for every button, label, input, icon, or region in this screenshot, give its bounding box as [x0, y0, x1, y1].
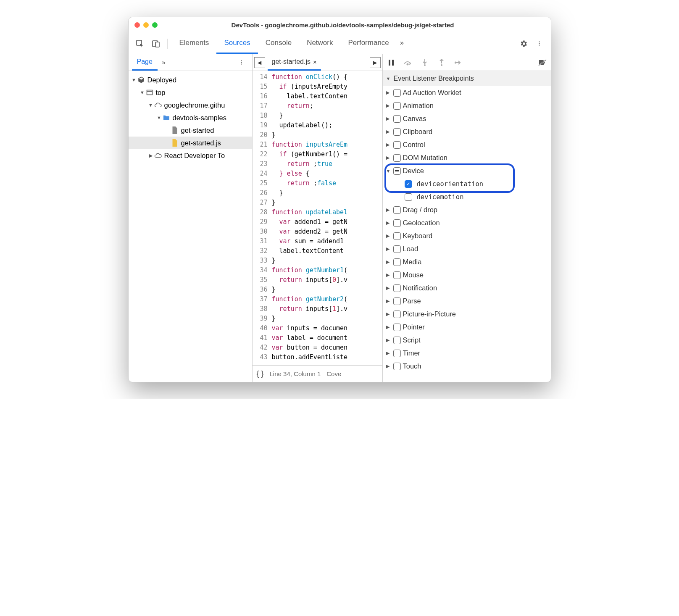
file-tab[interactable]: get-started.js × — [268, 54, 321, 71]
tree-node-extension[interactable]: ▶ React Developer To — [129, 149, 252, 162]
checkbox[interactable] — [393, 115, 401, 123]
maximize-window-button[interactable] — [152, 22, 158, 28]
bp-category[interactable]: ▶Drag / drop — [383, 203, 551, 216]
tree-node-domain[interactable]: ▼ googlechrome.githu — [129, 99, 252, 111]
bp-category[interactable]: ▶Touch — [383, 360, 551, 373]
tab-performance[interactable]: Performance — [340, 33, 396, 54]
caret-down-icon: ▼ — [156, 115, 162, 120]
devtools-window: DevTools - googlechrome.github.io/devtoo… — [128, 17, 551, 382]
checkbox[interactable] — [405, 193, 412, 201]
tab-console[interactable]: Console — [258, 33, 299, 54]
step-icon[interactable] — [453, 58, 463, 68]
checkbox[interactable] — [393, 284, 401, 292]
tabs-overflow-icon[interactable]: » — [397, 33, 407, 54]
tab-network[interactable]: Network — [299, 33, 340, 54]
close-window-button[interactable] — [134, 22, 140, 28]
close-tab-icon[interactable]: × — [313, 58, 317, 66]
checkbox[interactable] — [393, 297, 401, 305]
caret-down-icon: ▼ — [139, 90, 145, 95]
tree-node-file-js[interactable]: get-started.js — [129, 137, 252, 149]
bp-category[interactable]: ▶Control — [383, 138, 551, 151]
checkbox[interactable] — [393, 141, 401, 149]
navigator-tab-page[interactable]: Page — [132, 54, 158, 71]
bp-category[interactable]: ▶Animation — [383, 99, 551, 112]
deployed-icon — [137, 76, 145, 84]
bp-category[interactable]: ▶Canvas — [383, 112, 551, 125]
bp-category-device[interactable]: ▼Device — [383, 164, 551, 177]
caret-down-icon: ▼ — [131, 77, 137, 82]
breakpoints-section-header[interactable]: ▼ Event Listener Breakpoints — [383, 71, 551, 86]
tree-label: get-started — [181, 126, 214, 134]
pretty-print-icon[interactable]: { } — [257, 369, 264, 378]
step-into-icon[interactable] — [420, 58, 430, 68]
svg-point-7 — [407, 63, 408, 65]
checkbox[interactable] — [393, 128, 401, 136]
bp-category[interactable]: ▶DOM Mutation — [383, 151, 551, 164]
bp-category[interactable]: ▶Mouse — [383, 269, 551, 282]
file-tab-label: get-started.js — [272, 58, 311, 66]
deactivate-breakpoints-icon[interactable] — [537, 58, 547, 68]
navigator-more-icon[interactable]: ⁝ — [234, 55, 249, 70]
bp-category[interactable]: ▶Script — [383, 334, 551, 347]
code-editor[interactable]: 1415161718192021222324252627282930313233… — [253, 71, 382, 365]
main-toolbar: Elements Sources Console Network Perform… — [129, 33, 551, 54]
device-toggle-icon[interactable] — [149, 37, 163, 51]
checkbox[interactable] — [393, 219, 401, 227]
bp-category[interactable]: ▶Parse — [383, 295, 551, 308]
debugger-panel: ▼ Event Listener Breakpoints ▶Ad Auction… — [383, 54, 551, 382]
checkbox[interactable] — [393, 154, 401, 162]
bp-category[interactable]: ▶Picture-in-Picture — [383, 308, 551, 321]
tree-node-top[interactable]: ▼ top — [129, 86, 252, 99]
checkbox[interactable] — [393, 206, 401, 214]
editor-panel: ◀ get-started.js × ▶ 1415161718192021222… — [253, 54, 383, 382]
checkbox-checked[interactable]: ✓ — [405, 180, 412, 188]
tree-node-file-html[interactable]: get-started — [129, 124, 252, 137]
svg-rect-6 — [392, 60, 394, 66]
bp-category[interactable]: ▶Notification — [383, 282, 551, 295]
bp-category[interactable]: ▶Load — [383, 242, 551, 255]
inspect-element-icon[interactable] — [133, 37, 147, 51]
checkbox[interactable] — [393, 258, 401, 266]
tab-sources[interactable]: Sources — [216, 33, 258, 54]
navigator-tabs-overflow-icon[interactable]: » — [162, 59, 166, 66]
nav-back-icon[interactable]: ◀ — [254, 57, 265, 68]
bp-category[interactable]: ▶Pointer — [383, 321, 551, 334]
checkbox[interactable] — [393, 324, 401, 331]
step-out-icon[interactable] — [437, 58, 447, 68]
bp-event-deviceorientation[interactable]: ✓deviceorientation — [383, 177, 551, 190]
checkbox[interactable] — [393, 271, 401, 279]
cloud-icon — [154, 151, 162, 160]
checkbox[interactable] — [393, 102, 401, 110]
bp-category[interactable]: ▶Clipboard — [383, 125, 551, 138]
bp-category[interactable]: ▶Ad Auction Worklet — [383, 86, 551, 99]
traffic-lights — [134, 22, 158, 28]
checkbox[interactable] — [393, 89, 401, 97]
bp-event-devicemotion[interactable]: devicemotion — [383, 190, 551, 203]
step-over-icon[interactable] — [403, 58, 413, 68]
bp-category[interactable]: ▶Keyboard — [383, 229, 551, 242]
tree-node-deployed[interactable]: ▼ Deployed — [129, 74, 252, 86]
bp-category[interactable]: ▶Geolocation — [383, 216, 551, 229]
pause-icon[interactable] — [386, 58, 396, 68]
tree-node-folder[interactable]: ▼ devtools-samples — [129, 111, 252, 124]
settings-icon[interactable] — [516, 37, 531, 51]
main-tabs: Elements Sources Console Network Perform… — [172, 33, 515, 54]
cloud-icon — [154, 101, 162, 109]
checkbox[interactable] — [393, 232, 401, 240]
checkbox-mixed[interactable] — [393, 167, 401, 175]
tab-elements[interactable]: Elements — [172, 33, 217, 54]
caret-down-icon: ▼ — [148, 103, 154, 108]
checkbox[interactable] — [393, 350, 401, 357]
minimize-window-button[interactable] — [143, 22, 149, 28]
bp-category[interactable]: ▶Media — [383, 255, 551, 269]
frame-icon — [145, 88, 154, 97]
checkbox[interactable] — [393, 337, 401, 344]
more-menu-icon[interactable]: ⁝ — [532, 37, 547, 51]
checkbox[interactable] — [393, 311, 401, 318]
nav-forward-icon[interactable]: ▶ — [370, 57, 381, 68]
checkbox[interactable] — [393, 363, 401, 370]
tree-label: googlechrome.githu — [164, 101, 225, 109]
bp-category[interactable]: ▶Timer — [383, 347, 551, 360]
debug-controls — [383, 54, 551, 71]
checkbox[interactable] — [393, 245, 401, 253]
